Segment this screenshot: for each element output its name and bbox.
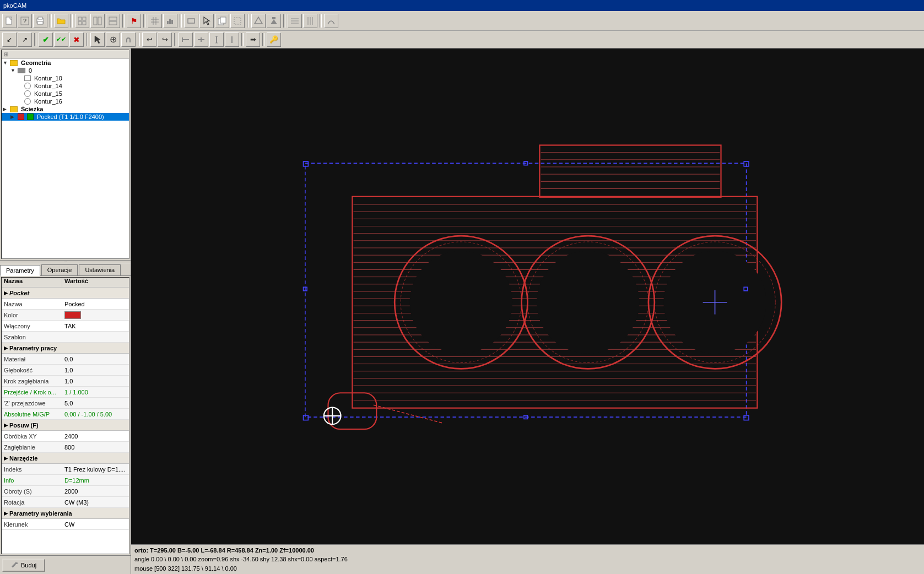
svg-rect-19 (169, 19, 171, 24)
tab-parametry[interactable]: Parametry (0, 265, 40, 276)
snap-right-btn[interactable]: ↗ (18, 33, 32, 47)
tree-view[interactable]: ⊞ ▼ Geometria ▼ 0 Kontur_10 (1, 50, 129, 259)
open-folder-btn[interactable] (54, 14, 68, 28)
sep1 (50, 14, 52, 28)
prop-value-nazwa[interactable]: Pocked (62, 301, 129, 307)
copy-btn[interactable] (215, 14, 229, 28)
lines-vert-btn[interactable] (303, 14, 317, 28)
crosshair-btn[interactable]: ⊕ (106, 33, 120, 47)
circle-icon-kontur14 (24, 83, 31, 89)
prop-value-indeks[interactable]: T1 Frez kulowy D=1.... (62, 466, 129, 473)
arrow-btn[interactable]: ➡ (246, 33, 260, 47)
rect-btn[interactable] (184, 14, 198, 28)
svg-marker-28 (271, 19, 277, 24)
build-label: Buduj (21, 562, 36, 568)
prop-row-z-przejazdowe: 'Z' przejazdowe 5.0 (2, 398, 129, 409)
tree-arrow-geometria: ▼ (3, 60, 8, 66)
tool1-btn[interactable] (179, 33, 193, 47)
tree-item-kontur15[interactable]: Kontur_15 (2, 90, 129, 98)
section-label-parametry-wybierania: Parametry wybierania (9, 510, 72, 517)
section-posuw[interactable]: ▶ Posuw (F) (2, 420, 129, 431)
grid-btn[interactable] (148, 14, 162, 28)
confirm-btn[interactable]: ✔ (39, 33, 53, 47)
tree-arrow-kontur10 (17, 75, 23, 81)
tree-arrow-kontur15 (17, 91, 23, 96)
sep7 (283, 14, 285, 28)
redo-btn[interactable]: ↪ (158, 33, 172, 47)
section-parametry-wybierania[interactable]: ▶ Parametry wybierania (2, 508, 129, 519)
section-label-narzedzie: Narzędzie (9, 455, 37, 462)
cad-canvas[interactable] (131, 48, 924, 544)
svg-rect-9 (83, 21, 86, 25)
svg-rect-25 (234, 18, 241, 24)
svg-rect-27 (272, 17, 275, 19)
rect-icon-kontur10 (24, 75, 31, 81)
new-btn[interactable] (2, 14, 17, 28)
prop-value-kierunek: CW (62, 521, 129, 528)
tree-label-kontur14: Kontur_14 (34, 83, 62, 89)
tab-ustawienia[interactable]: Ustawienia (79, 264, 121, 275)
color-swatch-kolor[interactable] (64, 311, 81, 319)
select-btn[interactable] (230, 14, 245, 28)
tree-item-layer0[interactable]: ▼ 0 (2, 67, 129, 74)
cancel-btn[interactable]: ✖ (69, 33, 84, 47)
tree-item-sciezka[interactable]: ▶ Ścieżka (2, 105, 129, 113)
tool4-btn[interactable] (225, 33, 239, 47)
snap-btn[interactable] (267, 14, 281, 28)
arc-btn[interactable] (324, 14, 338, 28)
cursor-btn[interactable] (199, 14, 214, 28)
svg-rect-13 (109, 21, 117, 25)
svg-marker-26 (255, 17, 262, 24)
view-3-btn[interactable] (106, 14, 120, 28)
select-cursor-btn[interactable] (90, 33, 105, 47)
tree-arrow-layer0: ▼ (10, 68, 16, 73)
print-btn[interactable] (33, 14, 47, 28)
app-title: pkoCAM (3, 2, 26, 9)
tree-label-kontur15: Kontur_15 (34, 90, 62, 97)
tree-item-pocked[interactable]: ▶ Pocked (T1 1/1.0 F2400) (2, 113, 129, 121)
tree-item-kontur16[interactable]: Kontur_16 (2, 98, 129, 105)
build-button[interactable]: Buduj (2, 559, 45, 572)
prop-row-gleboksc: Głębokość 1.0 (2, 365, 129, 376)
view-2-btn[interactable] (90, 14, 105, 28)
prop-name-nazwa: Nazwa (2, 301, 62, 307)
tree-label-geometria: Geometria (21, 59, 51, 66)
prop-value-gleboksc: 1.0 (62, 367, 129, 373)
prop-value-kolor[interactable] (62, 311, 129, 318)
properties-table: Nazwa Wartość ▶ Pocket Nazwa Pocked Kolo… (1, 277, 129, 554)
svg-rect-6 (78, 17, 82, 20)
section-narzedzie[interactable]: ▶ Narzędzie (2, 453, 129, 464)
tool2-btn[interactable] (194, 33, 208, 47)
geom-btn[interactable] (251, 14, 266, 28)
sep3 (122, 14, 125, 28)
prop-value-info: D=12mm (62, 477, 129, 484)
tree-item-kontur10[interactable]: Kontur_10 (2, 74, 129, 82)
prop-name-obroty: Obroty (S) (2, 488, 62, 495)
key-btn[interactable]: 🔑 (267, 33, 281, 47)
view-layers-btn[interactable] (75, 14, 89, 28)
prop-name-przejscie: Przejście / Krok o... (2, 389, 62, 396)
sep2 (71, 14, 73, 28)
svg-marker-37 (95, 36, 100, 44)
chart-btn[interactable] (163, 14, 177, 28)
prop-row-info: Info D=12mm (2, 475, 129, 486)
prop-value-z-przejazdowe: 5.0 (62, 400, 129, 407)
magnet-btn[interactable] (121, 33, 136, 47)
tree-item-kontur14[interactable]: Kontur_14 (2, 82, 129, 90)
col-header-name: Nazwa (2, 278, 62, 287)
section-parametry-pracy[interactable]: ▶ Parametry pracy (2, 343, 129, 354)
lines-horz-btn[interactable] (288, 14, 302, 28)
confirm-all-btn[interactable]: ✔✔ (54, 33, 68, 47)
svg-rect-8 (78, 21, 82, 25)
tool3-btn[interactable] (209, 33, 224, 47)
help-btn[interactable]: ? (18, 14, 32, 28)
undo-btn[interactable]: ↩ (142, 33, 156, 47)
svg-rect-12 (109, 17, 117, 20)
prop-row-nazwa: Nazwa Pocked (2, 299, 129, 310)
snap-left-btn[interactable]: ↙ (2, 33, 17, 47)
section-pocket[interactable]: ▶ Pocket (2, 288, 129, 299)
flag-btn[interactable]: ⚑ (127, 14, 141, 28)
prop-value-obroty: 2000 (62, 488, 129, 495)
tree-item-geometria[interactable]: ▼ Geometria (2, 59, 129, 67)
tab-operacje[interactable]: Operacje (41, 264, 78, 275)
